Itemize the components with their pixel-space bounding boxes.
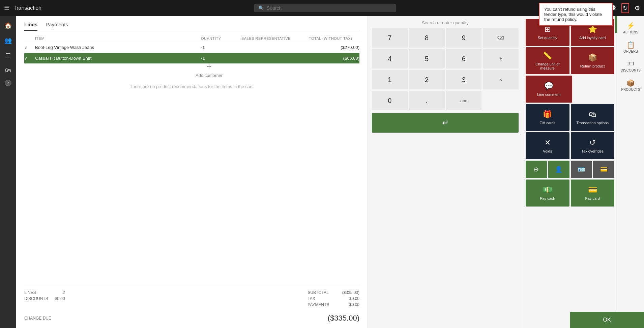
col-quantity: QUANTITY <box>201 36 241 40</box>
transaction-options-button[interactable]: 🛍 Transaction options <box>571 104 615 131</box>
comment-icon: 💬 <box>544 82 553 90</box>
tax-icon: ↺ <box>589 138 595 147</box>
transaction-label: Transaction options <box>576 121 609 125</box>
lines-label: LINES <box>24 290 36 295</box>
sidebar-actions[interactable]: ⚡ ACTIONS <box>617 19 644 37</box>
numpad-key-2[interactable]: 2 <box>409 70 445 89</box>
numpad-key-4[interactable]: 4 <box>372 49 408 69</box>
tax-overrides-button[interactable]: ↺ Tax overrides <box>571 132 615 159</box>
gift-cards-icon: 🎁 <box>543 110 552 119</box>
row-item-name: Casual Fit Button-Down Shirt <box>35 56 201 61</box>
numpad-key-7[interactable]: 7 <box>372 28 408 48</box>
products-icon: 📦 <box>626 79 635 87</box>
sidebar-badge[interactable]: 2 <box>5 80 11 86</box>
summary-area: LINES 2 DISCOUNTS $0.00 SUBTOTAL ($335.0… <box>24 286 359 323</box>
tab-payments[interactable]: Payments <box>46 22 68 31</box>
col-item: ITEM <box>35 36 201 40</box>
small-btn-3[interactable]: 🪪 <box>571 161 592 178</box>
payments-value: $0.00 <box>349 302 359 307</box>
tax-label: Tax overrides <box>582 149 604 153</box>
main-layout: 🏠 👥 ☰ 🛍 2 Lines Payments ITEM QUANTITY S… <box>0 16 644 328</box>
numpad-key-8[interactable]: 8 <box>409 28 445 48</box>
numpad-search-hint: Search or enter quantity <box>372 20 519 25</box>
return-icon: 📦 <box>588 53 597 62</box>
gift-cards-button[interactable]: 🎁 Gift cards <box>526 104 569 131</box>
change-unit-button[interactable]: 📏 Change unit of measure <box>526 47 569 74</box>
action-row-4: 🎁 Gift cards 🛍 Transaction options <box>526 104 614 131</box>
numpad-key-5[interactable]: 5 <box>409 49 445 69</box>
table-row[interactable]: ∨ Boot-Leg Vintage Wash Jeans -1 ($270.0… <box>24 42 359 53</box>
numpad-key-6[interactable]: 6 <box>446 49 482 69</box>
line-comment-button[interactable]: 💬 Line comment <box>526 76 572 103</box>
search-bar[interactable]: 🔍 <box>254 4 396 12</box>
orders-label: ORDERS <box>623 50 638 53</box>
action-row-2: 📏 Change unit of measure 📦 Return produc… <box>526 47 614 74</box>
tab-lines[interactable]: Lines <box>24 22 37 31</box>
discounts-icon: 🏷 <box>627 60 634 68</box>
hamburger-icon[interactable]: ☰ <box>4 4 9 12</box>
table-header: ITEM QUANTITY SALES REPRESENTATIVE TOTAL… <box>24 35 359 42</box>
change-due-value: ($335.00) <box>328 314 359 323</box>
green-indicator-bar <box>615 16 617 33</box>
numpad-key-dot[interactable]: . <box>409 91 445 110</box>
return-label: Return product <box>580 64 605 68</box>
numpad-key-1[interactable]: 1 <box>372 70 408 89</box>
pay-cash-icon: 💵 <box>543 186 552 194</box>
voids-icon: ✕ <box>545 138 551 147</box>
sidebar-people-icon[interactable]: 👥 <box>1 34 15 47</box>
tax-label: TAX <box>308 296 315 301</box>
add-customer-area[interactable]: ＋ Add customer <box>196 61 223 78</box>
settings-icon[interactable]: ⚙ <box>635 4 640 12</box>
tax-row: TAX $0.00 <box>308 296 359 301</box>
tax-value: $0.00 <box>349 296 359 301</box>
products-label: PRODUCTS <box>621 88 640 91</box>
recommendation-text: There are no product recommendations for… <box>24 84 359 89</box>
transaction-icon: 🛍 <box>589 110 596 119</box>
numpad-key-9[interactable]: 9 <box>446 28 482 48</box>
voids-button[interactable]: ✕ Voids <box>526 132 569 159</box>
pay-cash-label: Pay cash <box>540 196 555 200</box>
numpad-area: Search or enter quantity 7 8 9 ⌫ 4 5 6 ±… <box>368 16 523 328</box>
return-product-button[interactable]: 📦 Return product <box>571 47 615 74</box>
small-btn-4[interactable]: 💳 <box>593 161 614 178</box>
numpad-multiply[interactable]: × <box>483 70 519 89</box>
sidebar-home-icon[interactable]: 🏠 <box>1 19 15 32</box>
sidebar-menu-icon[interactable]: ☰ <box>1 49 15 62</box>
tabs: Lines Payments <box>24 22 359 31</box>
search-input[interactable] <box>267 5 392 11</box>
pay-cash-button[interactable]: 💵 Pay cash <box>526 180 569 207</box>
numpad-plusminus[interactable]: ± <box>483 49 519 69</box>
pay-card-icon: 💳 <box>588 186 597 194</box>
small-btn-row: ⊖ 👤 🪪 💳 <box>526 161 614 178</box>
numpad-key-3[interactable]: 3 <box>446 70 482 89</box>
subtotal-row: SUBTOTAL ($335.00) <box>308 290 359 295</box>
pay-card-button[interactable]: 💳 Pay card <box>571 180 615 207</box>
ok-button[interactable]: OK <box>570 312 644 328</box>
numpad-enter[interactable]: ↵ <box>372 113 519 133</box>
discounts-value: $0.00 <box>55 296 65 301</box>
row-quantity: -1 <box>201 45 241 50</box>
row-quantity: -1 <box>201 56 241 61</box>
change-unit-icon: 📏 <box>543 51 552 60</box>
numpad-abc[interactable]: abc <box>446 91 482 110</box>
numpad-key-0[interactable]: 0 <box>372 91 408 110</box>
col-sales-rep: SALES REPRESENTATIVE <box>241 36 309 40</box>
numpad-grid: 7 8 9 ⌫ 4 5 6 ± 1 2 3 × 0 . abc <box>372 28 519 110</box>
numpad-backspace[interactable]: ⌫ <box>483 28 519 48</box>
table-row[interactable]: ∨ Casual Fit Button-Down Shirt -1 ($65.0… <box>24 53 359 64</box>
sidebar-bag-icon[interactable]: 🛍 <box>1 63 15 77</box>
small-btn-2[interactable]: 👤 <box>548 161 569 178</box>
sidebar-products[interactable]: 📦 PRODUCTS <box>617 76 644 94</box>
error-popup: You can't refund using this tender type,… <box>539 3 613 26</box>
refresh-icon[interactable]: ↻ <box>621 3 629 13</box>
small-btn-1[interactable]: ⊖ <box>526 161 547 178</box>
sidebar-orders[interactable]: 📋 ORDERS <box>617 38 644 56</box>
subtotal-label: SUBTOTAL <box>308 290 328 295</box>
col-total: TOTAL (WITHOUT TAX) <box>309 36 359 40</box>
row-chevron-icon: ∨ <box>24 45 35 50</box>
row-total: ($270.00) <box>309 45 359 50</box>
action-row-3: 💬 Line comment <box>526 76 614 103</box>
sidebar-discounts[interactable]: 🏷 DISCOUNTS <box>617 57 644 75</box>
loyalty-label: Add loyalty card <box>579 36 606 40</box>
actions-icon: ⚡ <box>626 22 635 30</box>
